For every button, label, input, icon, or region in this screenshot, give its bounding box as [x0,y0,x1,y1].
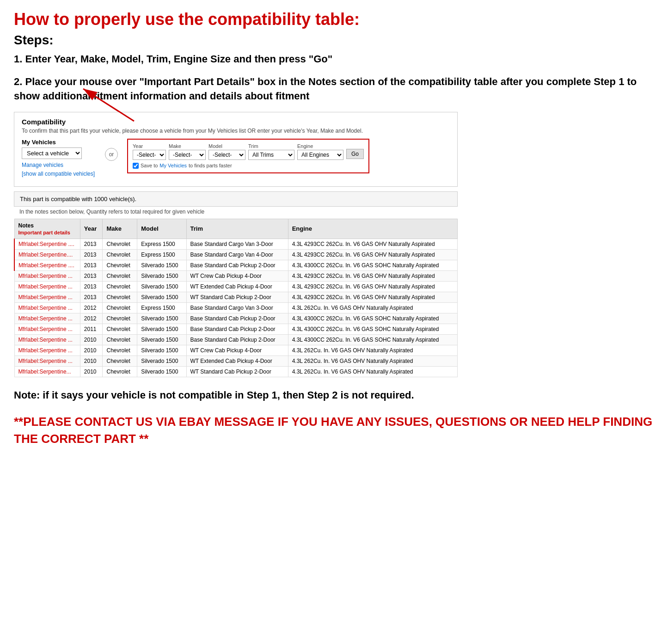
th-year: Year [80,219,103,239]
my-vehicles-save-link[interactable]: My Vehicles [159,163,187,168]
cell-engine: 4.3L 4293CC 262Cu. In. V6 GAS OHV Natura… [288,249,457,260]
or-separator: or [105,148,118,161]
steps-heading: Steps: [14,33,654,48]
my-vehicles-label: My Vehicles [22,139,96,146]
ymm-highlighted-box: Year -Select- Make -Select- [127,139,369,173]
cell-notes: Mfrlabel:Serpentine ... [14,345,80,356]
cell-trim: WT Standard Cab Pickup 2-Door [186,366,288,377]
compat-table: Notes Important part details Year Make M… [14,219,458,377]
th-trim: Trim [186,219,288,239]
cell-trim: Base Standard Cab Pickup 2-Door [186,334,288,345]
model-field: Model -Select- [208,143,245,160]
cell-model: Silverado 1500 [137,292,186,302]
compat-title: Compatibility [22,118,450,126]
show-all-link[interactable]: [show all compatible vehicles] [22,171,95,177]
year-field: Year -Select- [133,143,166,160]
cell-notes: Mfrlabel:Serpentine... [14,366,80,377]
cell-make: Chevrolet [103,239,137,249]
year-label: Year [133,143,166,149]
table-header-row: Notes Important part details Year Make M… [14,219,458,239]
compat-info-bar: This part is compatible with 1000 vehicl… [14,191,458,207]
make-label: Make [169,143,206,149]
table-row: Mfrlabel:Serpentine ... 2011 Chevrolet S… [14,324,458,334]
save-suffix: to finds parts faster [189,163,232,168]
th-model: Model [137,219,186,239]
model-select[interactable]: -Select- [208,150,245,160]
cell-make: Chevrolet [103,356,137,366]
cell-notes: Mfrlabel:Serpentine ... [14,334,80,345]
cell-trim: Base Standard Cargo Van 3-Door [186,239,288,249]
manage-vehicles-link[interactable]: Manage vehicles [22,162,96,168]
cell-engine: 4.3L 262Cu. In. V6 GAS OHV Naturally Asp… [288,356,457,366]
cell-engine: 4.3L 4300CC 262Cu. In. V6 GAS SOHC Natur… [288,313,457,324]
cell-make: Chevrolet [103,249,137,260]
cell-trim: WT Standard Cab Pickup 2-Door [186,292,288,302]
cell-make: Chevrolet [103,270,137,281]
step2-text: 2. Place your mouse over "Important Part… [14,75,654,104]
cell-year: 2010 [80,334,103,345]
note-below-text: Note: if it says your vehicle is not com… [14,388,654,403]
trim-field: Trim All Trims [248,143,294,160]
trim-select[interactable]: All Trims [248,150,294,160]
table-row: Mfrlabel:Serpentine ... 2013 Chevrolet S… [14,292,458,302]
table-row: Mfrlabel:Serpentine ... 2010 Chevrolet S… [14,356,458,366]
cell-notes: Mfrlabel:Serpentine .... [14,239,80,249]
engine-select[interactable]: All Engines [297,150,343,160]
cell-trim: Base Standard Cargo Van 4-Door [186,249,288,260]
cell-model: Silverado 1500 [137,324,186,334]
cell-notes: Mfrlabel:Serpentine ... [14,292,80,302]
cell-make: Chevrolet [103,324,137,334]
make-select[interactable]: -Select- [169,150,206,160]
my-vehicles-section: My Vehicles Select a vehicle Manage vehi… [22,139,96,177]
table-row: Mfrlabel:Serpentine.... 2013 Chevrolet E… [14,249,458,260]
cell-make: Chevrolet [103,345,137,356]
cell-engine: 4.3L 4293CC 262Cu. In. V6 GAS OHV Natura… [288,239,457,249]
go-button[interactable]: Go [346,149,364,159]
ymm-fields-row: Year -Select- Make -Select- [133,143,364,160]
cell-notes: Mfrlabel:Serpentine ... [14,270,80,281]
ymm-section: Year -Select- Make -Select- [127,139,450,173]
cell-year: 2010 [80,356,103,366]
cell-engine: 4.3L 4293CC 262Cu. In. V6 GAS OHV Natura… [288,281,457,292]
arrow-container: Compatibility To confirm that this part … [14,112,654,377]
make-field: Make -Select- [169,143,206,160]
cell-make: Chevrolet [103,366,137,377]
cell-model: Express 1500 [137,302,186,313]
th-notes: Notes Important part details [14,219,80,239]
model-label: Model [208,143,245,149]
cell-engine: 4.3L 4300CC 262Cu. In. V6 GAS SOHC Natur… [288,260,457,270]
table-row: Mfrlabel:Serpentine .... 2013 Chevrolet … [14,260,458,270]
cell-engine: 4.3L 4293CC 262Cu. In. V6 GAS OHV Natura… [288,292,457,302]
cell-year: 2013 [80,281,103,292]
cell-year: 2012 [80,302,103,313]
vehicle-select-dropdown[interactable]: Select a vehicle [22,147,82,159]
vehicles-row: My Vehicles Select a vehicle Manage vehi… [22,139,450,177]
cell-model: Express 1500 [137,239,186,249]
cell-engine: 4.3L 262Cu. In. V6 GAS OHV Naturally Asp… [288,302,457,313]
cell-engine: 4.3L 262Cu. In. V6 GAS OHV Naturally Asp… [288,366,457,377]
table-row: Mfrlabel:Serpentine ... 2010 Chevrolet S… [14,334,458,345]
table-row: Mfrlabel:Serpentine... 2010 Chevrolet Si… [14,366,458,377]
my-vehicles-select-row: Select a vehicle [22,147,96,159]
save-checkbox[interactable] [133,163,139,169]
cell-year: 2010 [80,366,103,377]
main-title: How to properly use the compatibility ta… [14,9,654,29]
cell-engine: 4.3L 4300CC 262Cu. In. V6 GAS SOHC Natur… [288,334,457,345]
cell-model: Silverado 1500 [137,356,186,366]
table-row: Mfrlabel:Serpentine ... 2012 Chevrolet S… [14,313,458,324]
cell-notes: Mfrlabel:Serpentine ... [14,313,80,324]
cell-trim: WT Crew Cab Pickup 4-Door [186,345,288,356]
cell-model: Silverado 1500 [137,334,186,345]
cell-model: Silverado 1500 [137,260,186,270]
cell-year: 2013 [80,249,103,260]
cell-notes: Mfrlabel:Serpentine .... [14,260,80,270]
cell-trim: Base Standard Cab Pickup 2-Door [186,313,288,324]
th-make: Make [103,219,137,239]
cell-trim: Base Standard Cab Pickup 2-Door [186,260,288,270]
cell-engine: 4.3L 4293CC 262Cu. In. V6 GAS OHV Natura… [288,270,457,281]
th-notes-sub: Important part details [18,230,70,235]
year-select[interactable]: -Select- [133,150,166,160]
cell-make: Chevrolet [103,292,137,302]
cell-notes: Mfrlabel:Serpentine ... [14,281,80,292]
cell-trim: Base Standard Cargo Van 3-Door [186,302,288,313]
